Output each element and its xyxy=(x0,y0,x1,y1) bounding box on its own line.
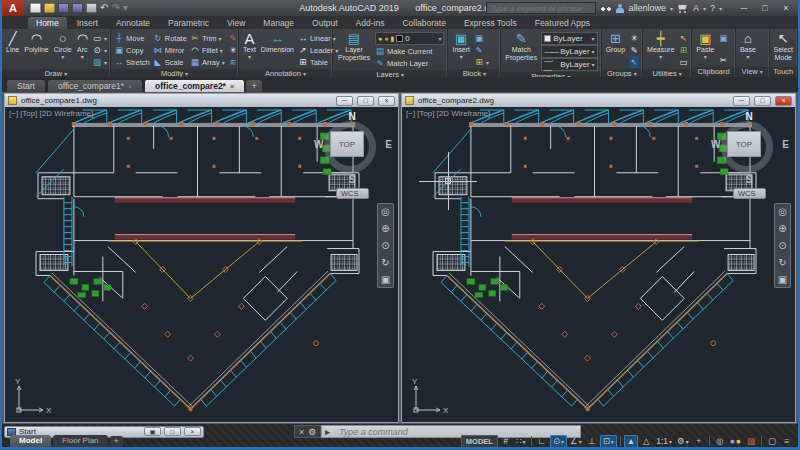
drawing-window-2-titlebar[interactable]: office_compare2.dwg ─ □ × xyxy=(402,94,795,107)
help-icon[interactable]: ? xyxy=(710,3,715,13)
viewcube-west[interactable]: W xyxy=(711,139,720,150)
layer-properties-button[interactable]: ▤Layer Properties xyxy=(336,31,372,70)
layers-panel-label[interactable]: Layers ▾ xyxy=(333,70,447,77)
create-block-button[interactable]: ▣ xyxy=(474,32,489,44)
model-space-canvas-1[interactable]: [−] [Top] [2D Wireframe] N E S W TOP WCS… xyxy=(5,107,398,422)
layout-tab-floor-plan[interactable]: Floor Plan xyxy=(53,435,107,447)
viewport-menu-control[interactable]: [−] xyxy=(9,109,18,118)
annotation-visibility-toggle[interactable]: ▲ xyxy=(624,435,638,448)
zoom-icon[interactable]: ⊙ xyxy=(381,240,389,251)
maximize-button[interactable]: □ xyxy=(755,2,775,15)
tab-home[interactable]: Home xyxy=(28,17,67,29)
annotation-scale-button[interactable]: 1:1▾ xyxy=(654,435,674,448)
copy-button[interactable]: ▣Copy xyxy=(114,44,150,56)
modify-panel-label[interactable]: Modify ▾ xyxy=(111,69,238,77)
exchange-dropdown-icon[interactable]: ▾ xyxy=(703,5,706,12)
viewcube-top-face[interactable]: TOP xyxy=(727,131,761,157)
scale-button[interactable]: ◣Scale xyxy=(153,56,187,68)
new-tab-button[interactable]: + xyxy=(246,80,262,92)
status-bar-menu-button[interactable]: ≡ xyxy=(780,435,794,448)
base-button[interactable]: ⌂Base▾ xyxy=(739,31,757,67)
object-snap-toggle[interactable]: ⊡▾ xyxy=(600,435,617,448)
utilities-panel-label[interactable]: Utilities ▾ xyxy=(643,69,691,77)
new-drawing-icon[interactable] xyxy=(30,3,41,13)
view-control[interactable]: [Top] xyxy=(20,109,37,118)
dimension-button[interactable]: ↔Dimension xyxy=(260,31,295,69)
rotate-button[interactable]: ↻Rotate xyxy=(153,32,187,44)
polyline-button[interactable]: ◠Polyline xyxy=(23,31,50,69)
window1-minimize-button[interactable]: ─ xyxy=(336,96,353,106)
quick-select-button[interactable]: ↖ xyxy=(678,32,688,44)
window2-minimize-button[interactable]: ─ xyxy=(733,96,750,106)
visual-style-control[interactable]: [2D Wireframe] xyxy=(436,109,490,118)
save-as-icon[interactable] xyxy=(72,3,83,13)
groups-panel-label[interactable]: Groups ▾ xyxy=(602,69,642,77)
layer-dropdown[interactable]: ● ● ▮ 0 ▾ xyxy=(375,32,444,45)
close-tab-icon[interactable]: × xyxy=(230,83,234,90)
isolate-objects-button[interactable]: ◎ xyxy=(713,435,727,448)
hatch-button[interactable]: ▨▾ xyxy=(92,56,107,68)
tab-output[interactable]: Output xyxy=(304,17,346,29)
rectangle-button[interactable]: ▭▾ xyxy=(92,32,107,44)
graphics-performance-button[interactable]: ●● xyxy=(728,435,743,448)
group-button[interactable]: ⊞Group xyxy=(605,31,626,69)
file-tab-start[interactable]: Start xyxy=(6,79,46,92)
viewcube[interactable]: N E S W TOP WCS▾ xyxy=(713,113,785,191)
tab-collaborate[interactable]: Collaborate xyxy=(394,17,453,29)
trim-button[interactable]: ✂Trim▾ xyxy=(190,32,225,44)
minimize-button[interactable]: ─ xyxy=(734,2,754,15)
select-mode-button[interactable]: ↖Select Mode xyxy=(773,31,794,67)
tab-view[interactable]: View xyxy=(219,17,253,29)
block-panel-label[interactable]: Block ▾ xyxy=(448,69,500,77)
array-button[interactable]: ▦Array▾ xyxy=(190,56,225,68)
open-icon[interactable] xyxy=(44,3,55,13)
drawing-window-1-titlebar[interactable]: office_compare1.dwg ─ □ × xyxy=(5,94,398,107)
viewcube-east[interactable]: E xyxy=(385,139,392,150)
viewcube-south[interactable]: S xyxy=(349,174,356,185)
arc-button[interactable]: ◠Arc▾ xyxy=(76,31,89,69)
navigation-wheel-icon[interactable]: ◎ xyxy=(381,206,390,217)
make-current-button[interactable]: ▤Make Current xyxy=(375,45,444,57)
recent-commands-icon[interactable]: ▾ xyxy=(333,428,336,435)
navigation-wheel-icon[interactable]: ◎ xyxy=(778,206,787,217)
window2-restore-button[interactable]: □ xyxy=(754,96,771,106)
view-control[interactable]: [Top] xyxy=(417,109,434,118)
ungroup-button[interactable]: ✳ xyxy=(629,32,639,44)
offset-button[interactable]: ≋ xyxy=(228,56,238,68)
tab-express-tools[interactable]: Express Tools xyxy=(456,17,525,29)
new-layout-button[interactable]: + xyxy=(110,436,123,447)
viewcube-north[interactable]: N xyxy=(745,111,752,122)
showmotion-icon[interactable]: ▣ xyxy=(381,274,390,285)
line-button[interactable]: ╱Line xyxy=(5,31,20,69)
match-layer-button[interactable]: ✎Match Layer xyxy=(375,57,444,69)
quick-calc-button[interactable]: ⊞ xyxy=(678,44,688,56)
pan-icon[interactable]: ⊕ xyxy=(381,223,389,234)
copy-clip-button[interactable]: ▣ xyxy=(718,32,728,44)
ellipse-button[interactable]: ⊙▾ xyxy=(92,44,107,56)
model-space-canvas-2[interactable]: [−] [Top] [2D Wireframe] N E S W TOP WCS… xyxy=(402,107,795,422)
viewcube-west[interactable]: W xyxy=(314,139,323,150)
tab-manage[interactable]: Manage xyxy=(255,17,302,29)
signed-in-username[interactable]: allenlowe xyxy=(628,3,666,13)
match-properties-button[interactable]: ✎Match Properties xyxy=(504,31,538,72)
viewcube-north[interactable]: N xyxy=(348,111,355,122)
window2-close-button[interactable]: × xyxy=(775,96,792,106)
object-snap-tracking-toggle[interactable]: ⊥ xyxy=(585,435,599,448)
erase-button[interactable]: ✎ xyxy=(228,32,238,44)
viewcube-east[interactable]: E xyxy=(782,139,789,150)
block-attributes-button[interactable]: ⊞▾ xyxy=(474,56,489,68)
app-store-cart-icon[interactable] xyxy=(677,4,689,13)
model-space-toggle[interactable]: MODEL xyxy=(461,435,498,448)
showmotion-icon[interactable]: ▣ xyxy=(778,274,787,285)
redo-icon[interactable]: ↷ xyxy=(111,3,119,13)
annotation-panel-label[interactable]: Annotation ▾ xyxy=(239,69,332,77)
close-tab-icon[interactable]: × xyxy=(128,83,132,90)
draw-panel-label[interactable]: Draw ▾ xyxy=(2,69,110,77)
viewcube-south[interactable]: S xyxy=(746,174,753,185)
group-edit-button[interactable]: ✎ xyxy=(629,44,639,56)
object-color-dropdown[interactable]: ByLayer▾ xyxy=(541,32,597,45)
orbit-icon[interactable]: ↻ xyxy=(381,257,389,268)
visual-style-control[interactable]: [2D Wireframe] xyxy=(39,109,93,118)
file-tab-compare1[interactable]: office_compare1*× xyxy=(47,79,143,92)
move-button[interactable]: ┼Move xyxy=(114,32,150,44)
